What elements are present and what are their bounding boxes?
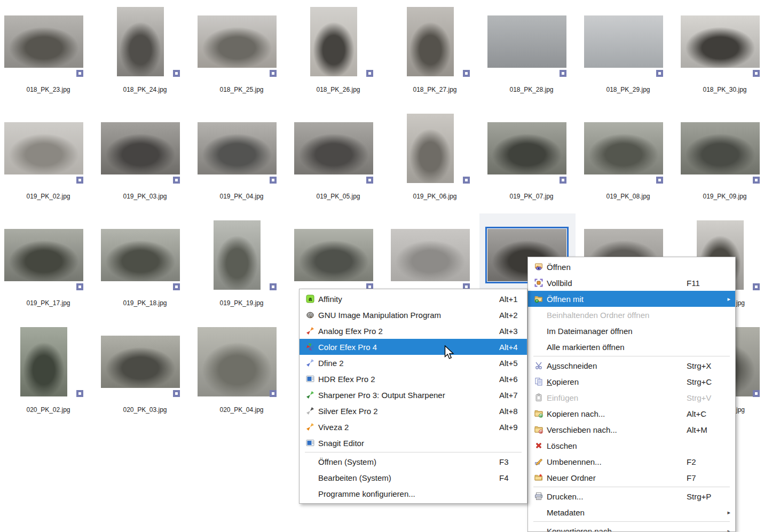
new-folder-icon	[534, 473, 543, 482]
photo-thumbnail[interactable]	[214, 220, 261, 290]
submenu-arrow-icon: ▸	[727, 528, 730, 532]
menu-item-snagit-editor[interactable]: Snagit Editor	[300, 435, 527, 451]
menu-item-sharpener-pro-3-output-sharpener[interactable]: Sharpener Pro 3: Output SharpenerAlt+7	[300, 387, 527, 403]
tag-badge-icon	[463, 177, 470, 184]
filename-label: 018_PK_24.jpg	[97, 86, 193, 93]
gimp-icon	[306, 311, 314, 319]
photo-thumbnail[interactable]	[407, 7, 454, 76]
photo-thumbnail[interactable]	[198, 327, 277, 396]
menu-item-drucken[interactable]: Drucken...Strg+P	[528, 488, 735, 504]
filename-label: 019_PK_18.jpg	[97, 299, 193, 307]
photo-thumbnail[interactable]	[584, 122, 663, 174]
menu-item-silver-efex-pro-2[interactable]: Silver Efex Pro 2Alt+8	[300, 403, 527, 419]
tag-badge-icon	[753, 70, 760, 77]
menu-item-programme-konfigurieren[interactable]: Programme konfigurieren...	[300, 486, 527, 502]
thumbnail-cell: 019_PK_09.jpg	[676, 107, 764, 213]
menu-item-kopieren[interactable]: KopierenStrg+C	[528, 374, 735, 390]
menu-item-label: Viveza 2	[318, 423, 349, 432]
menu-item-dfine-2[interactable]: Dfine 2Alt+5	[300, 355, 527, 371]
thumbnail-cell: 018_PK_29.jpg	[580, 0, 676, 107]
printer-icon	[534, 492, 543, 501]
filename-label: 019_PK_19.jpg	[193, 299, 290, 307]
menu-item-alle-markierten-offnen[interactable]: Alle markierten öffnen	[528, 339, 735, 355]
menu-item-offnen[interactable]: Öffnen	[528, 259, 735, 275]
menu-item-label: Programme konfigurieren...	[318, 489, 415, 498]
menu-item-loschen[interactable]: Löschen	[528, 438, 735, 454]
photo-thumbnail[interactable]	[4, 122, 83, 174]
thumbnail-cell: 019_PK_03.jpg	[97, 107, 193, 213]
tag-badge-icon	[76, 177, 83, 184]
menu-item-vollbild[interactable]: VollbildF11	[528, 275, 735, 291]
thumbnail-box	[681, 7, 760, 76]
svg-text:?: ?	[536, 299, 538, 303]
menu-item-affinity[interactable]: aAffinityAlt+1	[300, 291, 527, 307]
photo-frame	[214, 220, 261, 290]
filename-label: 019_PK_02.jpg	[0, 193, 97, 200]
menu-item-viveza-2[interactable]: Viveza 2Alt+9	[300, 419, 527, 435]
menu-item-beinhaltenden-ordner-offnen[interactable]: Beinhaltenden Ordner öffnen	[528, 307, 735, 323]
menu-item-im-dateimanager-offnen[interactable]: Im Dateimanager öffnen	[528, 323, 735, 339]
photo-thumbnail[interactable]	[407, 114, 454, 183]
menu-item-umbenennen[interactable]: Umbenennen...F2	[528, 454, 735, 470]
menu-item-metadaten[interactable]: Metadaten▸	[528, 504, 735, 520]
photo-thumbnail[interactable]	[117, 7, 164, 76]
thumbnail-box	[4, 220, 83, 290]
photo-thumbnail[interactable]	[4, 229, 83, 281]
shortcut-label: Alt+5	[499, 359, 518, 368]
menu-item-ausschneiden[interactable]: AusschneidenStrg+X	[528, 358, 735, 374]
photo-thumbnail[interactable]	[681, 122, 760, 174]
menu-item-verschieben-nach[interactable]: Verschieben nach...Alt+M	[528, 422, 735, 438]
tag-badge-icon	[366, 70, 373, 77]
photo-frame	[4, 229, 83, 281]
photo-thumbnail[interactable]	[487, 122, 566, 174]
menu-item-einfugen[interactable]: EinfügenStrg+V	[528, 390, 735, 406]
menu-item-bearbeiten-system[interactable]: Bearbeiten (System)F4	[300, 470, 527, 486]
thumbnail-cell: 019_PK_07.jpg	[483, 107, 580, 213]
menu-item-offnen-mit[interactable]: ?Öffnen mit▸	[528, 291, 735, 307]
menu-item-neuer-ordner[interactable]: Neuer OrdnerF7	[528, 470, 735, 486]
shortcut-label: Strg+P	[687, 492, 711, 501]
photo-thumbnail[interactable]	[101, 122, 180, 174]
thumbnail-box	[198, 327, 277, 396]
tag-badge-icon	[173, 177, 180, 184]
menu-icon-spacer	[534, 311, 543, 319]
photo-thumbnail[interactable]	[198, 15, 277, 68]
photo-thumbnail[interactable]	[101, 336, 180, 388]
filename-label: 018_PK_23.jpg	[0, 86, 97, 93]
shortcut-label: Strg+V	[687, 393, 711, 402]
shortcut-label: Alt+1	[499, 295, 518, 304]
photo-thumbnail[interactable]	[198, 122, 277, 174]
menu-item-kopieren-nach[interactable]: Kopieren nach...Alt+C	[528, 406, 735, 422]
photo-frame	[198, 15, 277, 68]
photo-thumbnail[interactable]	[584, 15, 663, 68]
menu-item-label: Metadaten	[547, 508, 585, 517]
menu-item-label: Beinhaltenden Ordner öffnen	[547, 311, 649, 320]
thumbnail-cell: 019_PK_02.jpg	[0, 107, 97, 213]
photo-thumbnail[interactable]	[20, 327, 67, 396]
photo-thumbnail[interactable]	[487, 15, 566, 68]
photo-thumbnail[interactable]	[4, 15, 83, 68]
photo-thumbnail[interactable]	[294, 122, 373, 174]
thumbnail-box	[294, 114, 373, 183]
menu-item-label: Bearbeiten (System)	[318, 473, 391, 482]
menu-item-hdr-efex-pro-2[interactable]: HDR Efex Pro 2Alt+6	[300, 371, 527, 387]
photo-thumbnail[interactable]	[310, 7, 357, 76]
menu-item-label: Öffnen mit	[547, 295, 584, 304]
menu-item-offnen-system[interactable]: Öffnen (System)F3	[300, 454, 527, 470]
menu-icon-spacer	[534, 343, 543, 351]
analog-efex-icon	[306, 327, 314, 335]
photo-thumbnail[interactable]	[101, 229, 180, 281]
menu-item-color-efex-pro-4[interactable]: Color Efex Pro 4Alt+4	[300, 339, 527, 355]
silver-efex-icon	[306, 407, 314, 415]
menu-item-gnu-image-manipulation-program[interactable]: GNU Image Manipulation ProgramAlt+2	[300, 307, 527, 323]
menu-item-analog-efex-pro-2[interactable]: Analog Efex Pro 2Alt+3	[300, 323, 527, 339]
thumbnail-cell: 019_PK_17.jpg	[0, 213, 97, 320]
photo-thumbnail[interactable]	[391, 229, 470, 281]
menu-icon-spacer	[534, 327, 543, 335]
menu-item-konvertieren-nach[interactable]: Konvertieren nach▸	[528, 523, 735, 532]
photo-thumbnail[interactable]	[681, 15, 760, 68]
photo-frame	[198, 122, 277, 174]
folder-copy-icon	[534, 409, 543, 418]
photo-thumbnail[interactable]	[294, 229, 373, 281]
filename-label: 018_PK_28.jpg	[483, 86, 580, 93]
